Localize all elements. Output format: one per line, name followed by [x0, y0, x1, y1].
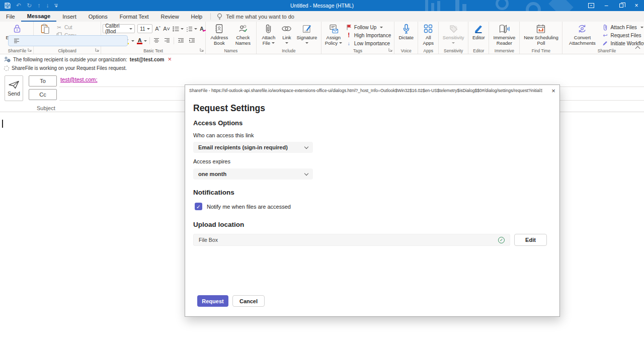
cc-button[interactable]: Cc — [29, 89, 57, 100]
notify-checkbox[interactable]: ✓ — [195, 203, 202, 210]
group-label-clipboard: Clipboard — [58, 48, 76, 53]
dismiss-notice-icon[interactable]: × — [168, 57, 172, 62]
shrink-font-button[interactable]: A˅ — [163, 26, 170, 32]
cut-label: Cut — [64, 25, 72, 30]
maximize-button[interactable] — [614, 0, 629, 11]
low-importance-button[interactable]: ↓ Low Importance — [344, 39, 392, 47]
dictate-button[interactable]: Dictate — [396, 22, 416, 41]
tell-me-box[interactable]: Tell me what you want to do — [213, 11, 294, 22]
tab-message[interactable]: Message — [21, 11, 56, 22]
dialog-launcher-icon[interactable] — [388, 48, 392, 53]
cut-button[interactable]: ✂ Cut — [54, 23, 99, 31]
save-icon[interactable] — [5, 3, 11, 9]
who-can-access-select[interactable]: Email recipients (sign-in required) — [193, 142, 313, 153]
send-label: Send — [8, 91, 20, 97]
close-window-button[interactable]: × — [629, 0, 644, 11]
redo-icon[interactable]: ↻ — [27, 0, 32, 11]
text-cursor — [2, 120, 3, 128]
clear-formatting-button[interactable]: A — [200, 26, 204, 32]
signature-button[interactable]: Signature — [294, 22, 319, 44]
check-names-button[interactable]: Check Names — [231, 22, 255, 46]
request-files-button[interactable]: ↩ Request Files — [600, 31, 644, 39]
font-size-select[interactable]: 11 — [137, 24, 152, 33]
dropdown-arrow-icon — [194, 28, 197, 30]
ribbon-group-sharefile-workflow: Convert Attachments Attach Files ↩ Reque… — [562, 22, 644, 54]
ribbon: Encryption Off ShareFile Paste ✂ Cut — [0, 22, 644, 54]
minimize-button[interactable]: – — [599, 0, 614, 11]
convert-attachments-button[interactable]: Convert Attachments — [564, 22, 600, 46]
new-scheduling-poll-button[interactable]: New Scheduling Poll — [521, 22, 560, 46]
spinner-icon — [4, 66, 9, 71]
request-button[interactable]: Request — [197, 295, 228, 307]
immersive-reader-button[interactable]: Immersive Reader — [491, 22, 518, 46]
notifications-heading: Notifications — [193, 189, 234, 196]
assign-policy-label: Assign Policy — [325, 35, 341, 46]
upload-location-field[interactable]: File Box ✓ — [193, 234, 510, 246]
tab-file[interactable]: File — [0, 11, 21, 22]
ribbon-group-find-time: New Scheduling Poll Find Time — [520, 22, 562, 54]
dialog-launcher-icon[interactable] — [95, 48, 99, 53]
move-down-icon[interactable]: ↓ — [46, 0, 49, 11]
edit-button[interactable]: Edit — [514, 234, 547, 246]
send-button[interactable]: Send — [5, 75, 23, 101]
link-button[interactable]: Link — [279, 22, 294, 44]
align-right-button[interactable] — [163, 35, 171, 46]
dialog-launcher-icon[interactable] — [200, 48, 204, 53]
dropdown-arrow-icon — [339, 42, 342, 44]
access-expires-label: Access expires — [193, 158, 230, 164]
undo-icon[interactable]: ↶ — [16, 0, 21, 11]
editor-label: Editor — [472, 35, 485, 41]
decrease-indent-button[interactable] — [177, 35, 185, 46]
person-check-icon — [238, 23, 248, 34]
sensitivity-button[interactable]: Sensitivity — [440, 22, 466, 44]
grow-font-button[interactable]: Aˆ — [155, 26, 160, 32]
tab-help[interactable]: Help — [185, 11, 209, 22]
ribbon-tabs: File Message Insert Options Format Text … — [0, 11, 644, 22]
attach-files-button[interactable]: Attach Files — [600, 23, 644, 31]
tab-insert[interactable]: Insert — [56, 11, 83, 22]
external-email: test@test.com — [130, 57, 165, 62]
high-importance-label: High Importance — [354, 33, 391, 38]
paperclip-icon — [602, 24, 608, 31]
ribbon-display-options-icon[interactable] — [584, 0, 599, 11]
group-label-sharefile: ShareFile — [8, 48, 26, 53]
group-label-apps: Apps — [424, 48, 433, 53]
immersive-reader-label: Immersive Reader — [492, 35, 516, 46]
notify-label: Notify me when files are accessed — [207, 204, 291, 210]
high-importance-button[interactable]: ! High Importance — [344, 31, 392, 39]
dialog-close-icon[interactable]: × — [547, 87, 559, 95]
to-button[interactable]: To — [29, 75, 57, 86]
tab-review[interactable]: Review — [155, 11, 185, 22]
to-recipient-link[interactable]: test@test.com; — [60, 76, 98, 82]
microphone-icon — [403, 23, 410, 34]
align-center-button[interactable] — [152, 35, 160, 46]
group-label-voice: Voice — [401, 48, 412, 53]
group-label-immersive: Immersive — [495, 48, 514, 53]
tab-format-text[interactable]: Format Text — [114, 11, 155, 22]
attach-file-button[interactable]: Attach File — [258, 22, 279, 46]
cancel-button[interactable]: Cancel — [232, 295, 265, 307]
font-name-select[interactable]: Calibri (Bod — [103, 24, 135, 33]
address-book-label: Address Book — [209, 35, 230, 46]
address-book-icon — [214, 23, 224, 34]
dialog-launcher-icon[interactable] — [28, 48, 32, 53]
title-bar: ↶ ↻ ↑ ↓ Untitled - Message (HTML) – × — [0, 0, 644, 11]
numbering-button[interactable] — [186, 26, 197, 32]
address-book-button[interactable]: Address Book — [207, 22, 231, 46]
increase-indent-button[interactable] — [188, 35, 196, 46]
align-left-button[interactable] — [8, 35, 128, 46]
all-apps-button[interactable]: All Apps — [420, 22, 437, 46]
tab-options[interactable]: Options — [83, 11, 114, 22]
editor-button[interactable]: Editor — [470, 22, 487, 41]
paper-plane-icon — [8, 80, 20, 89]
low-importance-label: Low Importance — [354, 41, 390, 46]
external-recipient-notice: The following recipient is outside your … — [4, 56, 172, 62]
bullets-button[interactable] — [173, 26, 184, 32]
follow-up-button[interactable]: Follow Up — [344, 23, 392, 31]
customize-qat-icon[interactable] — [54, 4, 58, 7]
assign-policy-button[interactable]: Assign Policy — [323, 22, 344, 46]
font-color-button[interactable]: A — [137, 38, 147, 44]
convert-attachments-label: Convert Attachments — [566, 35, 599, 46]
access-expires-select[interactable]: one month — [193, 168, 313, 180]
move-up-icon[interactable]: ↑ — [37, 0, 40, 11]
